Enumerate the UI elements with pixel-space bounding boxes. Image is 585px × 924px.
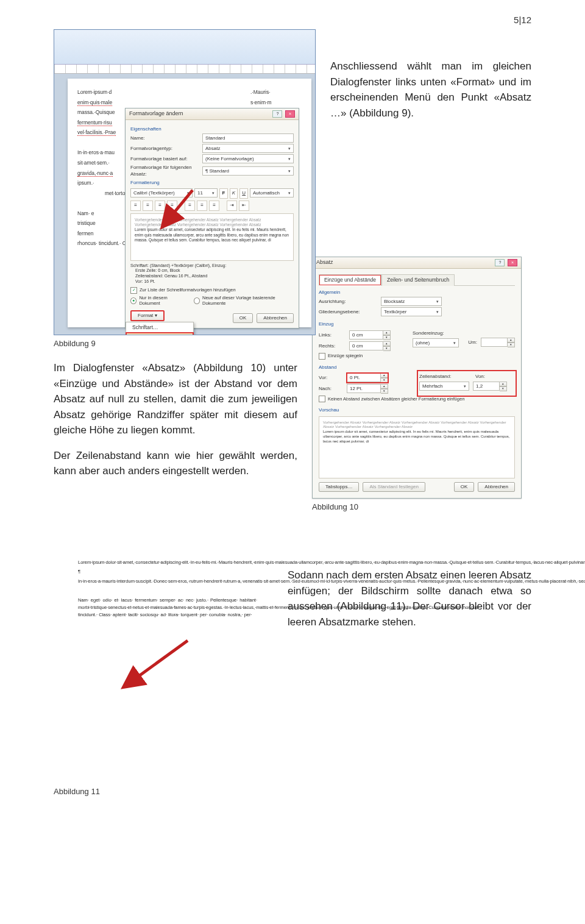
body-paragraph: Sodann nach dem ersten Absatz einen leer… (288, 567, 531, 630)
figure-caption: Abbildung 11 (54, 787, 273, 796)
field-label: Nach: (319, 386, 343, 392)
ok-button[interactable]: OK (233, 313, 254, 323)
field-label: Formatvorlagentyp: (130, 146, 199, 152)
bold-button[interactable]: F (219, 188, 228, 199)
underline-button[interactable]: U (239, 188, 248, 199)
tab-line-page-breaks[interactable]: Zeilen- und Seitenumbruch (381, 274, 455, 286)
menu-item-paragraph[interactable]: Absatz… (126, 333, 193, 335)
close-button[interactable]: × (285, 110, 295, 118)
next-style-select[interactable]: ¶ Standard▾ (202, 166, 294, 176)
no-space-same-style-checkbox[interactable]: Keinen Abstand zwischen Absätzen gleiche… (319, 396, 515, 402)
outdent-icon[interactable]: ⇤ (239, 201, 249, 211)
align-justify-icon[interactable]: ≡ (167, 201, 177, 211)
field-label: Formatvorlage für folgenden Absatz: (130, 165, 199, 177)
cancel-button[interactable]: Abbrechen (478, 482, 515, 492)
ruler (54, 65, 315, 74)
body-paragraph: Im Dialogfenster «Absatz» (Abbildung 10)… (54, 360, 297, 438)
special-indent-select[interactable]: (ohne)▾ (413, 338, 459, 347)
modify-style-dialog: Formatvorlage ändern ? × Eigenschaften N… (125, 108, 299, 329)
set-default-button[interactable]: Als Standard festlegen (363, 482, 425, 492)
doc-text: gravida,·nunc·a (77, 170, 113, 177)
tabs-button[interactable]: Tabstopps… (319, 482, 359, 492)
section-label: Eigenschaften (130, 126, 294, 132)
menu-item-font[interactable]: Schriftart… (126, 322, 193, 333)
font-select[interactable]: Calibri (Textkörper)▾ (130, 188, 193, 197)
field-label: Vor: (319, 375, 343, 381)
doc-text: ¶ (78, 568, 257, 575)
field-label: Um: (463, 339, 477, 346)
doc-text: Lorem·ipsum·dolor·sit·amet,·consectetur·… (78, 559, 257, 566)
doc-text: In·in·eros·a·mau (77, 149, 115, 155)
section-label: Allgemein (319, 290, 515, 296)
align-right-icon[interactable]: ≡ (155, 201, 165, 211)
figure-10: Absatz ? × Einzüge und Abstände Zeilen- … (312, 257, 522, 499)
figure-11: Lorem·ipsum·dolor·sit·amet,·consectetur·… (54, 546, 273, 783)
doc-text: Nam· eget· odio· et· lacus· fermentum· s… (78, 597, 257, 619)
section-label: Formatierung (130, 180, 294, 186)
outline-level-select[interactable]: Textkörper▾ (381, 307, 442, 316)
section-label: Abstand (319, 364, 515, 371)
line-spacing-icon[interactable]: ≡ (197, 201, 207, 211)
mirror-indents-checkbox[interactable]: Einzüge spiegeln (319, 353, 515, 360)
indent-left-input[interactable]: 0 cm▴▾ (349, 330, 391, 340)
cancel-button[interactable]: Abbrechen (257, 313, 294, 323)
indent-icon[interactable]: ⇥ (227, 201, 237, 211)
page-number: 5|12 (514, 15, 531, 25)
field-label: Sondereinzug: (413, 330, 455, 336)
ribbon (54, 30, 315, 65)
doc-text: enim·quis·male (77, 99, 112, 106)
word-window: Lorem·ipsum·d enim·quis·male massa.·Quis… (54, 29, 316, 335)
tab-indents-spacing[interactable]: Einzüge und Abstände (319, 274, 381, 286)
field-label: Von: (468, 374, 485, 380)
name-input[interactable]: Standard (202, 133, 294, 143)
doc-text: Lorem·ipsum·d (77, 89, 112, 95)
line-spacing-icon[interactable]: ≡ (209, 201, 219, 211)
space-before-input[interactable]: 0 Pt.▴▾ (347, 373, 388, 383)
space-after-input[interactable]: 12 Pt.▴▾ (347, 384, 388, 394)
word-window: Lorem·ipsum·dolor·sit·amet,·consectetur·… (54, 546, 273, 783)
preview: Vorhergehender Absatz Vorhergehender Abs… (319, 416, 515, 478)
close-button[interactable]: × (508, 259, 517, 266)
body-paragraph: Anschliessend wählt man im gleichen Dial… (330, 59, 531, 121)
style-summary: Schriftart: (Standard) +Textkörper (Cali… (130, 263, 294, 285)
ok-button[interactable]: OK (454, 482, 475, 492)
field-label: Links: (319, 332, 346, 338)
font-size-select[interactable]: 11▾ (194, 188, 218, 197)
section-label: Vorschau (319, 407, 515, 413)
field-label: Name: (130, 135, 199, 141)
body-paragraph: Der Zeilenabstand kann wie hier gewählt … (54, 448, 297, 479)
format-menu: Schriftart… Absatz… Tabstopp… Rahmen… Sp… (126, 322, 194, 335)
figure-caption: Abbildung 10 (312, 502, 522, 511)
help-button[interactable]: ? (272, 110, 282, 118)
figure-9: Lorem·ipsum·d enim·quis·male massa.·Quis… (54, 29, 316, 335)
align-center-icon[interactable]: ≡ (143, 201, 153, 211)
doc-text: sit·amet·sem.· (77, 160, 110, 166)
color-select[interactable]: Automatisch▾ (250, 188, 294, 197)
indent-by-input[interactable]: ▴▾ (481, 338, 515, 347)
help-button[interactable]: ? (495, 259, 505, 266)
based-on-select[interactable]: (Keine Formatvorlage)▾ (202, 154, 294, 163)
field-label: Rechts: (319, 343, 346, 349)
italic-button[interactable]: K (230, 188, 238, 199)
new-documents-radio[interactable]: Neue auf dieser Vorlage basierende Dokum… (194, 295, 294, 307)
preview: Vorhergehender Absatz Vorhergehender Abs… (130, 213, 294, 261)
type-select[interactable]: Absatz▾ (202, 144, 294, 153)
dialog-title: Formatvorlage ändern (129, 110, 183, 118)
line-spacing-at-input[interactable]: 1,2▴▾ (473, 382, 507, 391)
field-label: Gliederungsebene: (319, 309, 377, 315)
format-button[interactable]: Format ▾ (130, 310, 165, 321)
line-spacing-select[interactable]: Mehrfach▾ (419, 382, 469, 391)
add-to-quickstyles-checkbox[interactable]: ✓Zur Liste der Schnellformatvorlagen hin… (130, 287, 294, 294)
align-left-icon[interactable]: ≡ (130, 201, 141, 211)
field-label: Zeilenabstand: (419, 374, 464, 380)
section-label: Einzug (319, 321, 515, 327)
indent-right-input[interactable]: 0 cm▴▾ (349, 341, 391, 351)
doc-text: vel·facilisis.·Prae (77, 129, 116, 136)
dialog-title: Absatz (316, 259, 333, 266)
document-page: Lorem·ipsum·dolor·sit·amet,·consectetur·… (65, 549, 271, 764)
line-spacing-icon[interactable]: ≡ (185, 201, 195, 211)
this-document-radio[interactable]: ●Nur in diesem Dokument (130, 295, 186, 307)
field-label: Formatvorlage basiert auf: (130, 156, 199, 162)
alignment-select[interactable]: Blocksatz▾ (381, 297, 442, 306)
doc-text: .·Mauris· (250, 89, 271, 95)
